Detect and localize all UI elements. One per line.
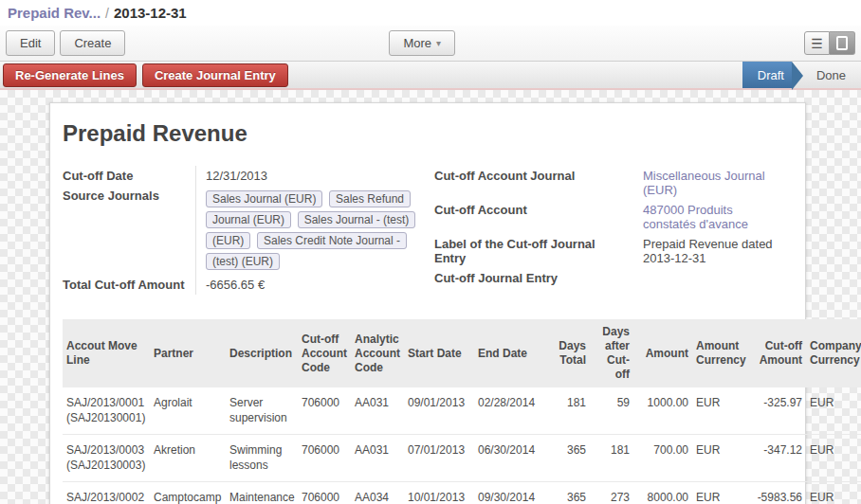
table-header-row: Accout Move LinePartnerDescriptionCut-of… [63,319,861,387]
table-cell: Maintenance contract [226,482,298,504]
cutoff-date-label: Cut-off Date [63,166,195,186]
create-button[interactable]: Create [60,30,125,56]
table-cell: Server supervision [226,387,298,435]
table-cell: -347.12 [749,435,806,482]
form-sheet: Prepaid Revenue Cut-off Date 12/31/2013 … [49,102,806,504]
status-draft-badge: Draft [742,62,792,88]
table-cell: 09/30/2014 [474,482,552,504]
column-header: Description [226,319,298,387]
table-cell: 02/28/2014 [474,387,552,435]
list-view-icon: ☰ [811,36,823,51]
table-cell: SAJ/2013/0001 (SAJ20130001) [63,387,150,435]
table-cell: AA031 [351,435,404,482]
table-cell: AA034 [351,482,404,504]
list-view-button[interactable]: ☰ [804,31,830,55]
table-cell: EUR [806,387,861,435]
table-cell: 09/01/2013 [404,387,474,435]
cutoff-account-link[interactable]: 487000 Produits constatés d'avance [633,200,793,234]
table-cell: 706000 [298,482,351,504]
table-cell: 706000 [298,387,351,435]
column-header: Amount Currency [692,319,749,387]
table-cell: 273 [590,482,633,504]
edit-button[interactable]: Edit [6,30,55,56]
total-cutoff-amount-label: Total Cut-off Amount [63,275,195,295]
table-cell: 59 [590,387,633,435]
table-cell: 181 [552,387,590,435]
table-cell: 8000.00 [633,482,692,504]
journal-entry-label-label: Label of the Cut-off Journal Entry [434,234,633,268]
column-header: Cut-off Account Code [298,319,351,387]
chevron-down-icon: ▾ [436,39,441,48]
table-row[interactable]: SAJ/2013/0003 (SAJ20130003)AkretionSwimm… [63,435,861,482]
cutoff-lines-table: Accout Move LinePartnerDescriptionCut-of… [63,319,861,504]
table-cell: -325.97 [749,387,806,435]
column-header: Days Total [552,319,590,387]
content-background: Prepaid Revenue Cut-off Date 12/31/2013 … [0,90,861,504]
table-cell: EUR [692,387,749,435]
source-journals-tags: Sales Journal (EUR) Sales Refund Journal… [206,189,429,272]
breadcrumb-current: 2013-12-31 [114,5,187,21]
table-cell: 1000.00 [633,387,692,435]
table-cell: Swimming lessons [226,435,298,482]
column-header: Company Currency [806,319,861,387]
form-toolbar: Edit Create More ▾ ☰ [0,26,861,61]
column-header: Analytic Account Code [351,319,404,387]
table-body: SAJ/2013/0001 (SAJ20130001)AgrolaitServe… [63,387,861,504]
form-view-button[interactable] [830,31,855,55]
more-button[interactable]: More ▾ [389,30,455,56]
right-field-group: Cut-off Account Journal Miscellaneous Jo… [434,166,793,295]
cutoff-journal-entry-label: Cut-off Journal Entry [434,268,633,288]
source-journal-tag: Sales Journal (EUR) [206,190,322,207]
cutoff-account-journal-label: Cut-off Account Journal [434,166,633,200]
cutoff-account-label: Cut-off Account [434,200,633,234]
table-cell: 06/30/2014 [474,435,552,482]
status-done-label: Done [816,68,846,82]
table-cell: 07/01/2013 [404,435,474,482]
table-cell: -5983.56 [749,482,806,504]
column-header: Days after Cut-off [590,319,633,387]
breadcrumb-separator: / [105,6,109,21]
column-header: Amount [633,319,692,387]
table-cell: 706000 [298,435,351,482]
column-header: End Date [474,319,552,387]
form-view-icon [836,36,848,50]
journal-entry-label-value: Prepaid Revenue dated 2013-12-31 [633,234,793,268]
column-header: Accout Move Line [63,319,150,387]
left-field-group: Cut-off Date 12/31/2013 Source Journals … [63,166,434,295]
table-row[interactable]: SAJ/2013/0002 (SAJ20130002)CamptocampMai… [63,482,861,504]
table-cell: SAJ/2013/0002 (SAJ20130002) [63,482,150,504]
view-switcher: ☰ [804,31,855,55]
table-row[interactable]: SAJ/2013/0001 (SAJ20130001)AgrolaitServe… [63,387,861,435]
cutoff-account-journal-link[interactable]: Miscellaneous Journal (EUR) [633,166,793,200]
column-header: Start Date [404,319,474,387]
breadcrumb: Prepaid Rev... / 2013-12-31 [0,0,861,26]
more-button-label: More [403,36,431,50]
table-cell: EUR [692,435,749,482]
table-cell: EUR [806,435,861,482]
table-cell: 365 [552,435,590,482]
table-cell: EUR [692,482,749,504]
column-header: Cut-off Amount [749,319,806,387]
page-title: Prepaid Revenue [63,120,793,147]
action-statusbar: Re-Generate Lines Create Journal Entry D… [0,61,861,90]
total-cutoff-amount-value: -6656.65 € [195,275,434,295]
table-cell: SAJ/2013/0003 (SAJ20130003) [63,435,150,482]
cutoff-date-value: 12/31/2013 [195,166,434,186]
table-cell: Camptocamp [150,482,226,504]
column-header: Partner [150,319,226,387]
regenerate-lines-button[interactable]: Re-Generate Lines [3,63,137,87]
table-cell: 181 [590,435,633,482]
table-cell: EUR [806,482,861,504]
table-cell: 10/01/2013 [404,482,474,504]
create-journal-entry-button[interactable]: Create Journal Entry [142,63,288,87]
source-journals-label: Source Journals [63,186,195,275]
table-cell: 700.00 [633,435,692,482]
breadcrumb-parent-link[interactable]: Prepaid Rev... [8,5,101,21]
table-cell: Akretion [150,435,226,482]
cutoff-lines-table-wrap: Accout Move LinePartnerDescriptionCut-of… [63,319,793,504]
table-cell: 365 [552,482,590,504]
table-cell: AA031 [351,387,404,435]
table-cell: Agrolait [150,387,226,435]
cutoff-journal-entry-value [633,268,793,288]
